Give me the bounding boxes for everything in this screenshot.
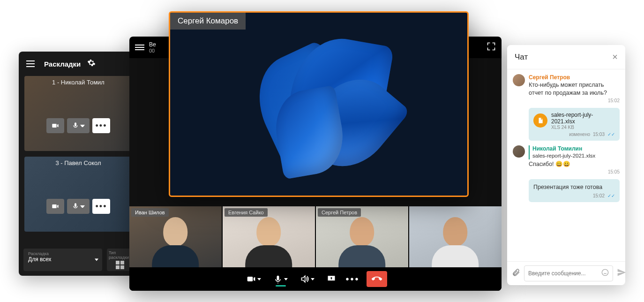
chat-message: Николай Томилин sales-report-july-2021.x… xyxy=(513,145,620,174)
camera-button[interactable] xyxy=(46,118,64,133)
message-author: Сергей Петров xyxy=(529,74,620,81)
attach-icon[interactable] xyxy=(512,268,520,279)
chat-message: Сергей Петров Кто-нибудь может прислать … xyxy=(513,74,620,103)
more-button[interactable]: ••• xyxy=(92,118,110,133)
avatar xyxy=(513,74,525,86)
wallpaper-bloom xyxy=(234,20,403,189)
layout-tile[interactable]: 1 - Николай Томил ••• xyxy=(24,76,132,151)
chat-messages: Сергей Петров Кто-нибудь может прислать … xyxy=(507,69,625,261)
quoted-file: sales-report-july-2021.xlsx xyxy=(532,152,620,160)
layouts-header: Раскладки xyxy=(19,52,138,76)
more-button[interactable]: ••• xyxy=(92,199,110,214)
chevron-down-icon xyxy=(284,278,288,280)
tile-label: 1 - Николай Томил xyxy=(24,79,132,86)
topbar-info: Ве 00 xyxy=(149,41,156,53)
avatar xyxy=(513,145,525,158)
gear-icon[interactable] xyxy=(87,59,96,69)
pinned-speaker[interactable]: Сергей Комаров xyxy=(169,11,469,197)
camera-button[interactable] xyxy=(46,199,64,214)
participant-thumb[interactable]: Сергей Петров xyxy=(316,206,408,267)
share-screen-button[interactable] xyxy=(324,272,339,287)
mic-level-indicator xyxy=(276,285,286,287)
message-time: 15:05 xyxy=(529,169,620,174)
svg-point-0 xyxy=(602,269,608,275)
chat-title: Чат xyxy=(515,53,528,62)
menu-icon[interactable] xyxy=(26,58,37,69)
layouts-panel: Раскладки 1 - Николай Томил ••• 3 - Паве… xyxy=(19,52,138,276)
participant-thumb[interactable]: Евгения Сайко xyxy=(223,206,315,267)
chevron-down-icon xyxy=(257,278,261,280)
file-name: sales-report-july-2021.xlsx xyxy=(551,112,615,125)
grid-icon xyxy=(116,261,124,269)
close-icon[interactable]: × xyxy=(612,52,618,62)
layouts-title: Раскладки xyxy=(44,60,81,68)
file-meta: XLS 24 KB xyxy=(551,125,615,130)
file-icon xyxy=(533,113,547,128)
more-options[interactable]: ••• xyxy=(345,274,359,285)
chat-input-bar xyxy=(507,261,625,285)
message-input[interactable] xyxy=(528,270,599,277)
message-text: Спасибо! 😀😀 xyxy=(529,160,620,168)
message-text: Презентация тоже готова xyxy=(533,183,615,191)
layouts-footer: Раскладка Для всех Тип раскладки xyxy=(19,244,138,276)
chevron-down-icon xyxy=(95,259,98,261)
message-author: Николай Томилин xyxy=(532,145,620,152)
send-icon[interactable] xyxy=(617,268,626,279)
mic-toggle[interactable] xyxy=(270,272,291,287)
tile-label: 3 - Павел Сокол xyxy=(24,159,132,166)
hangup-button[interactable] xyxy=(367,271,387,287)
layout-tile-list: 1 - Николай Томил ••• 3 - Павел Сокол ••… xyxy=(19,76,138,244)
fullscreen-icon[interactable] xyxy=(487,42,496,53)
mic-button[interactable] xyxy=(67,118,90,133)
mic-button[interactable] xyxy=(67,199,90,214)
participant-thumbnails: Иван Шилов Евгения Сайко Сергей Петров xyxy=(129,206,502,267)
chat-panel: Чат × Сергей Петров Кто-нибудь может при… xyxy=(507,45,625,285)
chat-bubble: Презентация тоже готова 15:02 ✓✓ xyxy=(529,179,620,202)
read-check-icon: ✓✓ xyxy=(607,193,615,198)
read-check-icon: ✓✓ xyxy=(607,132,615,137)
conference-toolbar: ••• xyxy=(129,267,502,291)
menu-icon[interactable] xyxy=(135,45,144,50)
emoji-icon[interactable] xyxy=(601,269,609,278)
participant-thumb[interactable]: Иван Шилов xyxy=(129,206,222,267)
chat-file-bubble[interactable]: sales-report-july-2021.xlsx XLS 24 KB из… xyxy=(529,108,620,141)
chevron-down-icon xyxy=(311,278,315,280)
pinned-speaker-name: Сергей Комаров xyxy=(170,13,246,30)
message-time: 15:02 xyxy=(529,98,620,103)
chat-header: Чат × xyxy=(507,45,625,69)
speaker-toggle[interactable] xyxy=(297,272,317,287)
participant-thumb[interactable] xyxy=(409,206,502,267)
layout-dropdown[interactable]: Раскладка Для всех xyxy=(23,249,102,271)
message-input-wrapper xyxy=(524,265,613,281)
layout-tile[interactable]: 3 - Павел Сокол ••• xyxy=(24,157,132,232)
camera-toggle[interactable] xyxy=(244,272,264,287)
message-text: Кто-нибудь может прислать отчет по прода… xyxy=(529,81,620,97)
